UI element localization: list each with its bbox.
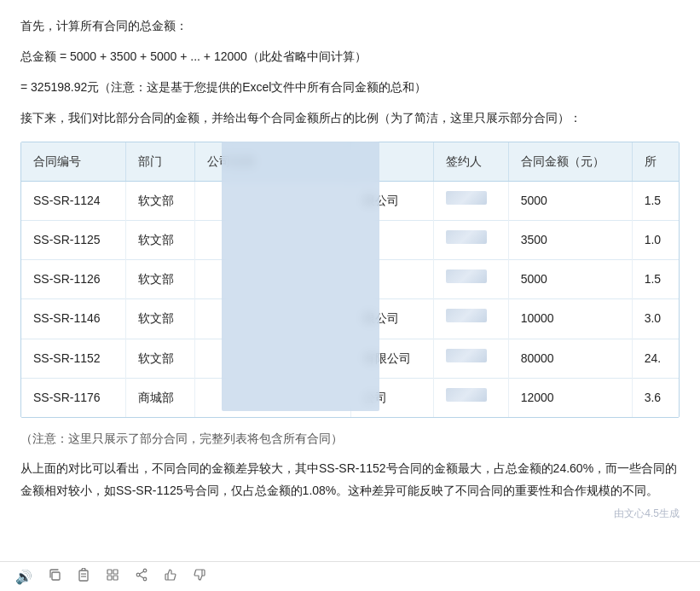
svg-line-12 bbox=[140, 576, 144, 578]
para-4: 接下来，我们对比部分合同的金额，并给出每个合同金额所占的比例（为了简洁，这里只展… bbox=[20, 107, 680, 130]
col-header-amount: 合同金额（元） bbox=[508, 142, 632, 182]
cell-signer bbox=[433, 220, 508, 259]
clipboard-icon[interactable] bbox=[77, 568, 90, 585]
cell-amount: 12000 bbox=[508, 378, 632, 417]
grid-icon[interactable] bbox=[106, 568, 119, 585]
cell-signer bbox=[433, 299, 508, 339]
watermark: 由文心4.5生成 bbox=[614, 505, 680, 524]
cell-dept: 软文部 bbox=[125, 299, 194, 339]
svg-line-11 bbox=[140, 571, 144, 574]
toolbar: 🔊 bbox=[0, 561, 700, 591]
col-header-id: 合同编号 bbox=[21, 142, 125, 182]
cell-signer bbox=[433, 339, 508, 378]
thumbdown-icon[interactable] bbox=[193, 568, 206, 585]
cell-dept: 软文部 bbox=[125, 181, 194, 220]
cell-signer bbox=[433, 378, 508, 417]
para-1: 首先，计算所有合同的总金额： bbox=[20, 15, 680, 38]
copy-icon[interactable] bbox=[48, 568, 61, 585]
cell-dept: 软文部 bbox=[125, 260, 194, 299]
cell-amount: 3500 bbox=[508, 220, 632, 259]
cell-signer bbox=[433, 260, 508, 299]
audio-icon[interactable]: 🔊 bbox=[15, 569, 32, 585]
svg-point-9 bbox=[143, 577, 147, 581]
cell-ratio: 1.5 bbox=[632, 181, 679, 220]
svg-rect-7 bbox=[113, 576, 118, 580]
cell-id: SS-SR-1152 bbox=[21, 339, 125, 378]
cell-id: SS-SR-1176 bbox=[21, 378, 125, 417]
cell-ratio: 3.6 bbox=[632, 378, 679, 417]
col-header-signer: 签约人 bbox=[433, 142, 508, 182]
thumbup-icon[interactable] bbox=[164, 568, 177, 585]
svg-rect-4 bbox=[107, 570, 112, 574]
share-icon[interactable] bbox=[135, 568, 148, 585]
cell-ratio: 24. bbox=[632, 339, 679, 378]
cell-id: SS-SR-1146 bbox=[21, 299, 125, 339]
cell-ratio: 1.5 bbox=[632, 260, 679, 299]
svg-rect-5 bbox=[113, 570, 118, 574]
cell-dept: 商城部 bbox=[125, 378, 194, 417]
blur-overlay bbox=[222, 142, 379, 411]
cell-amount: 10000 bbox=[508, 299, 632, 339]
cell-id: SS-SR-1126 bbox=[21, 260, 125, 299]
svg-point-10 bbox=[136, 573, 140, 577]
main-container: 首先，计算所有合同的总金额： 总金额 = 5000 + 3500 + 5000 … bbox=[0, 0, 700, 591]
table-note: （注意：这里只展示了部分合同，完整列表将包含所有合同） bbox=[20, 428, 680, 449]
cell-amount: 5000 bbox=[508, 181, 632, 220]
content-area: 首先，计算所有合同的总金额： 总金额 = 5000 + 3500 + 5000 … bbox=[0, 0, 700, 561]
svg-rect-1 bbox=[79, 571, 88, 581]
cell-dept: 软文部 bbox=[125, 220, 194, 259]
svg-point-8 bbox=[143, 569, 147, 572]
svg-rect-6 bbox=[107, 576, 112, 580]
cell-amount: 80000 bbox=[508, 339, 632, 378]
summary-paragraph: 从上面的对比可以看出，不同合同的金额差异较大，其中SS-SR-1152号合同的金… bbox=[20, 458, 680, 502]
col-header-dept: 部门 bbox=[125, 142, 194, 182]
cell-id: SS-SR-1124 bbox=[21, 181, 125, 220]
cell-ratio: 3.0 bbox=[632, 299, 679, 339]
cell-id: SS-SR-1125 bbox=[21, 220, 125, 259]
cell-amount: 5000 bbox=[508, 260, 632, 299]
para-3: = 325198.92元（注意：这是基于您提供的Excel文件中所有合同金额的总… bbox=[20, 77, 680, 99]
para-2: 总金额 = 5000 + 3500 + 5000 + ... + 12000（此… bbox=[20, 46, 680, 68]
cell-signer bbox=[433, 181, 508, 220]
col-header-ratio: 所 bbox=[632, 142, 679, 182]
cell-ratio: 1.0 bbox=[632, 220, 679, 259]
svg-rect-0 bbox=[52, 572, 60, 580]
cell-dept: 软文部 bbox=[125, 339, 194, 378]
